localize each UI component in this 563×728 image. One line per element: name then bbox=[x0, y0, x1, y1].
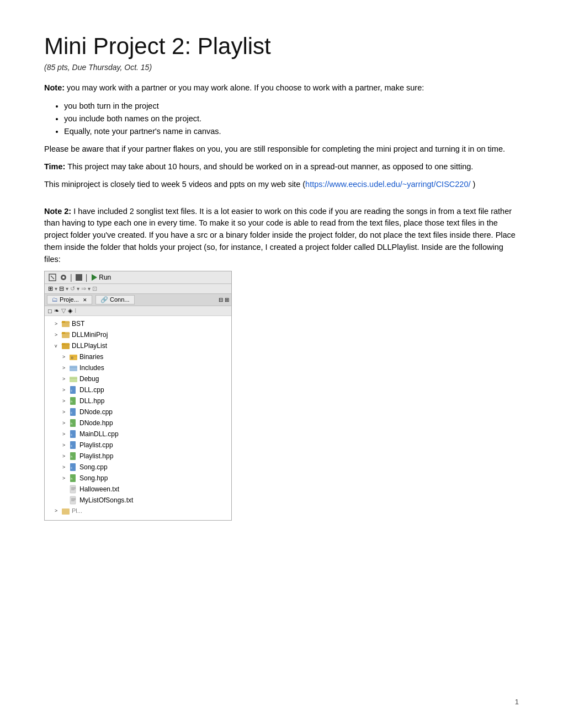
folder-icon-includes bbox=[69, 363, 78, 372]
tree-arrow-bst: > bbox=[55, 320, 61, 328]
tree-arrow-maindll-cpp: > bbox=[62, 431, 69, 438]
svg-text:c: c bbox=[71, 411, 72, 414]
run-button[interactable]: Run bbox=[92, 274, 111, 281]
file-icon-dll-hpp: h bbox=[69, 397, 78, 405]
tree-item-song-cpp[interactable]: > c Song.cpp bbox=[45, 462, 231, 473]
minimize-icon: ⊟ bbox=[219, 297, 223, 303]
svg-text:c: c bbox=[71, 389, 72, 392]
tree-arrow-includes: > bbox=[62, 365, 69, 372]
svg-rect-10 bbox=[62, 343, 65, 345]
svg-rect-4 bbox=[76, 274, 82, 281]
link-suffix: ) bbox=[471, 180, 476, 189]
time-text: This project may take about 10 hours, an… bbox=[65, 162, 473, 171]
tree-arrow-dllplaylist: v bbox=[55, 342, 61, 350]
tree-item-dllminiproj[interactable]: > DLLMiniProj bbox=[45, 329, 231, 340]
tab-project-close: ✕ bbox=[83, 297, 87, 303]
tree-arrow-dll-cpp: > bbox=[62, 387, 69, 394]
tree-item-halloween-txt[interactable]: > Halloween.txt bbox=[45, 484, 231, 495]
note2-label: Note 2: bbox=[44, 207, 71, 216]
ide-tab-bar: 🗂 Proje... ✕ 🔗 Conn... ⊟ ⊞ bbox=[45, 294, 231, 306]
folder-icon-debug bbox=[69, 374, 78, 383]
run-label: Run bbox=[99, 274, 111, 281]
tree-item-dll-hpp[interactable]: > h DLL.hpp bbox=[45, 395, 231, 406]
tree-label-dnode-hpp: DNode.hpp bbox=[79, 418, 113, 428]
toolbar-icon-3 bbox=[75, 273, 83, 282]
arrow-icon4: ▾ bbox=[88, 286, 91, 292]
tab-project[interactable]: 🗂 Proje... ✕ bbox=[47, 295, 92, 304]
bullet-list: you both turn in the project you include… bbox=[64, 100, 519, 138]
note1-paragraph: Note: you may work with a partner or you… bbox=[44, 82, 519, 94]
tree-arrow-song-cpp: > bbox=[62, 464, 69, 472]
file-icon-halloween-txt bbox=[69, 485, 78, 494]
svg-rect-44 bbox=[62, 508, 70, 515]
tree-arrow-playlist-cpp: > bbox=[62, 442, 69, 449]
tree-item-includes[interactable]: > Includes bbox=[45, 362, 231, 373]
tree-item-dllplaylist[interactable]: v DLLPlayList bbox=[45, 340, 231, 351]
toolbar-separator: | bbox=[70, 273, 72, 282]
file-icon-dnode-cpp: c bbox=[69, 408, 78, 416]
file-icon-dnode-hpp: h bbox=[69, 419, 78, 427]
svg-rect-36 bbox=[70, 485, 76, 493]
tree-item-maindll-cpp[interactable]: > c MainDLL.cpp bbox=[45, 429, 231, 440]
file-icon-maindll-cpp: c bbox=[69, 430, 78, 438]
svg-text:h: h bbox=[71, 455, 72, 458]
tree-label-truncated: Pl... bbox=[72, 506, 82, 516]
tree-label-dllminiproj: DLLMiniProj bbox=[72, 330, 108, 340]
tree-item-dnode-hpp[interactable]: > h DNode.hpp bbox=[45, 417, 231, 429]
tree-item-bst[interactable]: > BST bbox=[45, 318, 231, 329]
config-icon: ❧ bbox=[54, 307, 59, 314]
page-title: Mini Project 2: Playlist bbox=[44, 33, 519, 60]
ide-screenshot: | | Run ⊞ ▾ ⊟ ▾ ↺ ▾ ⇒ ▾ ⊡ 🗂 Proje... ✕ 🔗… bbox=[44, 271, 232, 521]
tab-connections[interactable]: 🔗 Conn... bbox=[95, 295, 135, 304]
svg-text:h: h bbox=[71, 477, 72, 480]
run-triangle-icon bbox=[92, 274, 97, 281]
tree-label-dllplaylist: DLLPlayList bbox=[72, 341, 107, 351]
project-icon-bst bbox=[61, 319, 70, 328]
sync-icon: ◈ bbox=[68, 307, 72, 314]
arrow-icon2: ▾ bbox=[66, 286, 68, 292]
file-icon-song-cpp: c bbox=[69, 463, 78, 472]
miniproject-paragraph: This miniproject is closely tied to week… bbox=[44, 179, 519, 191]
tab-connections-label: Conn... bbox=[110, 296, 129, 303]
tree-item-playlist-hpp[interactable]: > h Playlist.hpp bbox=[45, 451, 231, 462]
tree-item-mylistofsongs-txt[interactable]: > MyListOfSongs.txt bbox=[45, 495, 231, 506]
arrow-icon3: ▾ bbox=[77, 286, 79, 292]
tree-label-dll-hpp: DLL.hpp bbox=[79, 396, 104, 406]
tree-label-halloween-txt: Halloween.txt bbox=[79, 484, 119, 494]
tree-item-dnode-cpp[interactable]: > c DNode.cpp bbox=[45, 406, 231, 417]
tab-project-label: Proje... bbox=[60, 296, 79, 303]
forward-icon: ⇒ bbox=[81, 285, 86, 292]
file-icon-playlist-cpp: c bbox=[69, 441, 78, 449]
course-link[interactable]: https://www.eecis.udel.edu/~yarringt/CIS… bbox=[305, 180, 470, 189]
svg-text:c: c bbox=[71, 433, 72, 436]
svg-point-3 bbox=[62, 276, 65, 279]
tree-item-truncated: > Pl... bbox=[45, 506, 231, 518]
toolbar-icon-1 bbox=[48, 273, 57, 282]
tree-label-maindll-cpp: MainDLL.cpp bbox=[79, 429, 119, 439]
tree-arrow-song-hpp: > bbox=[62, 475, 69, 483]
svg-text:c: c bbox=[71, 466, 72, 469]
expand-icon: ⊡ bbox=[92, 285, 97, 292]
svg-rect-17 bbox=[70, 377, 73, 378]
note2-paragraph: Note 2: I have included 2 songlist text … bbox=[44, 206, 519, 266]
tree-arrow-dllminiproj: > bbox=[55, 331, 61, 339]
tree-item-song-hpp[interactable]: > h Song.hpp bbox=[45, 473, 231, 484]
tree-label-bst: BST bbox=[72, 319, 84, 329]
bullet-2: you include both names on the project. bbox=[64, 113, 519, 125]
project-icon-dllminiproj bbox=[61, 330, 70, 339]
bullet-1: you both turn in the project bbox=[64, 100, 519, 113]
responsibility-paragraph: Please be aware that if your partner fla… bbox=[44, 143, 519, 156]
tree-item-playlist-cpp[interactable]: > c Playlist.cpp bbox=[45, 440, 231, 451]
new-icon: □ bbox=[48, 308, 52, 314]
arrow-icon1: ▾ bbox=[55, 286, 57, 292]
project-icon-truncated bbox=[61, 507, 70, 516]
tree-item-debug[interactable]: > Debug bbox=[45, 373, 231, 384]
svg-text:⚙: ⚙ bbox=[71, 356, 73, 360]
filter-icon: ▽ bbox=[61, 307, 66, 314]
page-number: 1 bbox=[515, 698, 519, 706]
time-label: Time: bbox=[44, 162, 65, 171]
tree-item-dll-cpp[interactable]: > c DLL.cpp bbox=[45, 384, 231, 395]
tree-item-binaries[interactable]: > ⚙ Binaries bbox=[45, 351, 231, 362]
note2-text: I have included 2 songlist text files. I… bbox=[44, 207, 516, 264]
tree-arrow-debug: > bbox=[62, 376, 69, 383]
